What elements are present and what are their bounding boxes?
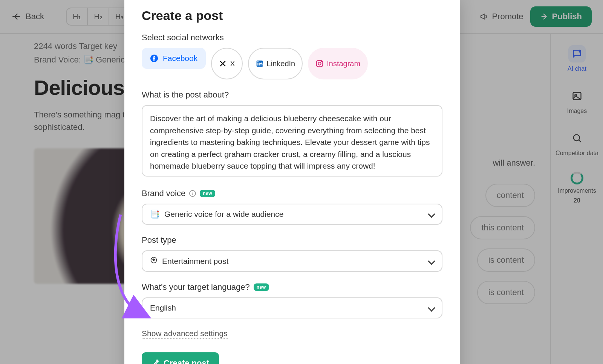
network-chips: Facebook X LinkedIn Instagram — [142, 48, 442, 79]
chip-label: Facebook — [163, 54, 197, 63]
brand-voice-label: Brand voice i new — [142, 189, 442, 198]
create-post-label: Create post — [164, 358, 209, 364]
facebook-icon — [150, 54, 158, 62]
chevron-down-icon — [428, 257, 435, 265]
x-icon — [219, 59, 227, 68]
sparkle-icon — [150, 256, 158, 266]
svg-point-6 — [257, 61, 258, 62]
language-select[interactable]: English — [142, 297, 442, 318]
info-icon[interactable]: i — [189, 190, 196, 197]
language-label: What's your target language? new — [142, 282, 442, 292]
chip-x[interactable]: X — [211, 48, 242, 79]
chip-label: X — [230, 59, 235, 68]
svg-point-8 — [318, 62, 321, 65]
linkedin-icon — [256, 59, 264, 68]
magic-pencil-icon — [152, 359, 160, 364]
chip-linkedin[interactable]: LinkedIn — [248, 48, 303, 79]
advanced-settings-toggle[interactable]: Show advanced settings — [142, 329, 228, 339]
chip-label: LinkedIn — [267, 59, 295, 68]
chip-facebook[interactable]: Facebook — [142, 48, 206, 69]
book-icon: 📑 — [150, 210, 160, 219]
language-label-text: What's your target language? — [142, 282, 250, 292]
chevron-down-icon — [428, 304, 435, 312]
post-about-input[interactable] — [142, 105, 442, 177]
create-post-modal: Create a post Select social networks Fac… — [124, 0, 460, 364]
brand-voice-select[interactable]: 📑 Generic voice for a wide audience — [142, 204, 442, 225]
new-badge: new — [200, 190, 215, 197]
post-type-select[interactable]: Entertainment post — [142, 250, 442, 272]
chip-instagram[interactable]: Instagram — [308, 48, 368, 79]
chevron-down-icon — [428, 210, 435, 218]
svg-rect-5 — [257, 63, 259, 66]
brand-voice-label-text: Brand voice — [142, 189, 185, 198]
instagram-icon — [315, 59, 324, 68]
post-type-value: Entertainment post — [162, 257, 424, 266]
language-value: English — [150, 303, 424, 312]
post-type-label: Post type — [142, 235, 442, 245]
create-post-button[interactable]: Create post — [142, 352, 219, 364]
select-networks-label: Select social networks — [142, 33, 442, 43]
svg-point-9 — [321, 61, 322, 62]
about-label: What is the post about? — [142, 90, 442, 100]
brand-voice-value: Generic voice for a wide audience — [164, 210, 424, 219]
new-badge: new — [254, 283, 269, 291]
modal-title: Create a post — [142, 8, 442, 23]
chip-label: Instagram — [327, 59, 360, 68]
